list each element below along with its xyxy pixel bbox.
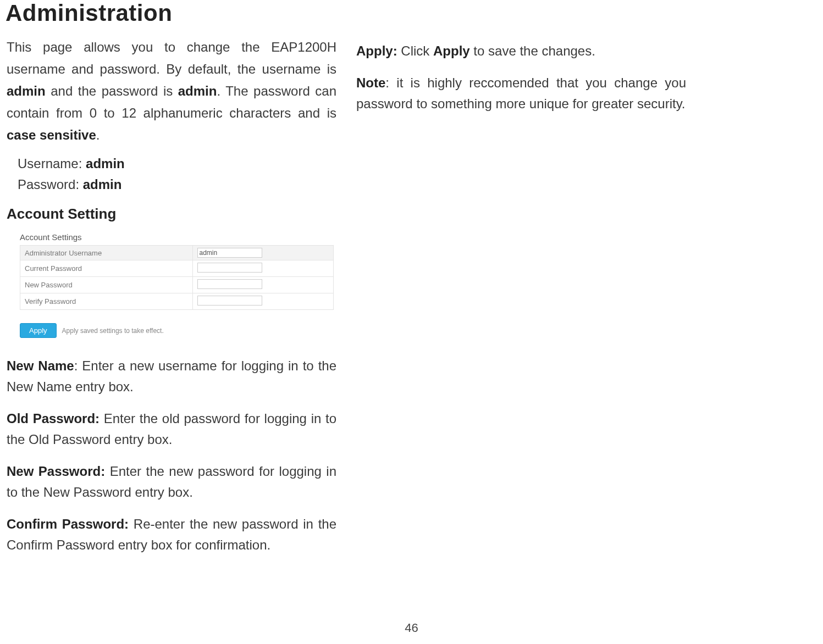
definition-apply: Apply: Click Apply to save the changes.: [356, 41, 686, 62]
verify-password-input[interactable]: [197, 296, 262, 306]
note-sep: :: [385, 75, 396, 90]
row-field-current-password: [192, 260, 334, 277]
row-label-verify-password: Verify Password: [20, 293, 193, 310]
screenshot-title: Account Settings: [20, 232, 333, 242]
note-text: it is highly reccomended that you change…: [356, 75, 686, 111]
def-sep: [105, 464, 109, 479]
def-sep: [100, 411, 104, 426]
definition-confirm-password: Confirm Password: Re-enter the new passw…: [7, 514, 336, 556]
apply-post: to save the changes.: [470, 43, 595, 58]
intro-pre: This page allows you to change the EAP12…: [7, 40, 336, 76]
left-column: This page allows you to change the EAP12…: [7, 36, 336, 567]
intro-bold-admin-2: admin: [178, 84, 217, 98]
apply-button[interactable]: Apply: [20, 323, 57, 338]
account-settings-table: Administrator Username admin Current Pas…: [20, 245, 334, 310]
table-row: Administrator Username admin: [20, 246, 334, 260]
password-value: admin: [83, 177, 122, 192]
row-field-verify-password: [192, 293, 334, 310]
row-field-admin-username: admin: [192, 246, 334, 260]
document-page: Administration This page allows you to c…: [0, 0, 823, 644]
section-heading-account-setting: Account Setting: [7, 206, 336, 223]
apply-pre: Click: [397, 43, 433, 58]
default-password-line: Password: admin: [18, 177, 336, 192]
row-field-new-password: [192, 277, 334, 293]
username-value: admin: [86, 156, 125, 171]
def-label: Apply:: [356, 43, 397, 58]
row-label-new-password: New Password: [20, 277, 193, 293]
def-label: New Password:: [7, 464, 105, 479]
new-password-input[interactable]: [197, 279, 262, 289]
current-password-input[interactable]: [197, 263, 262, 273]
definition-new-password: New Password: Enter the new password for…: [7, 461, 336, 503]
def-sep: :: [74, 358, 82, 373]
def-label: Old Password:: [7, 411, 100, 426]
intro-end: .: [96, 127, 100, 142]
table-row: Current Password: [20, 260, 334, 277]
two-column-layout: This page allows you to change the EAP12…: [0, 36, 823, 567]
definition-old-password: Old Password: Enter the old password for…: [7, 408, 336, 450]
password-label: Password:: [18, 177, 83, 192]
apply-hint-text: Apply saved settings to take effect.: [62, 327, 164, 335]
note-paragraph: Note: it is highly reccomended that you …: [356, 73, 686, 114]
page-title: Administration: [5, 0, 823, 26]
note-label: Note: [356, 75, 385, 90]
def-label: New Name: [7, 358, 74, 373]
right-column: Apply: Click Apply to save the changes. …: [356, 36, 686, 567]
intro-paragraph: This page allows you to change the EAP12…: [7, 36, 336, 146]
table-row: Verify Password: [20, 293, 334, 310]
username-label: Username:: [18, 156, 86, 171]
apply-bold: Apply: [433, 43, 470, 58]
definition-new-name: New Name: Enter a new username for loggi…: [7, 356, 336, 397]
intro-bold-admin-1: admin: [7, 84, 46, 98]
apply-row: Apply Apply saved settings to take effec…: [20, 323, 333, 338]
admin-username-input[interactable]: admin: [197, 248, 262, 258]
intro-bold-case-sensitive: case sensitive: [7, 127, 96, 142]
row-label-current-password: Current Password: [20, 260, 193, 277]
account-settings-screenshot: Account Settings Administrator Username …: [20, 232, 333, 338]
page-number: 46: [0, 621, 823, 635]
intro-mid1: and the password is: [46, 84, 178, 98]
default-username-line: Username: admin: [18, 156, 336, 171]
def-label: Confirm Password:: [7, 517, 129, 531]
def-sep: [129, 517, 134, 531]
row-label-admin-username: Administrator Username: [20, 246, 193, 260]
table-row: New Password: [20, 277, 334, 293]
